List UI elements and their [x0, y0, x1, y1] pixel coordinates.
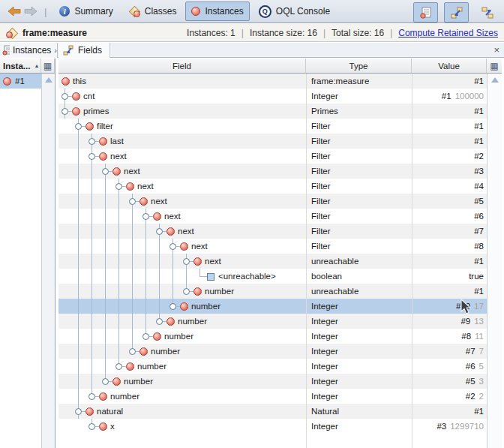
- field-row[interactable]: numberInteger#53: [58, 374, 487, 389]
- tree-expand-handle[interactable]: [88, 393, 95, 400]
- tree-line: [118, 329, 119, 344]
- tree-expand-handle[interactable]: [170, 303, 176, 310]
- compute-retained-sizes-link[interactable]: Compute Retained Sizes: [398, 28, 498, 38]
- tree-line: [146, 284, 146, 299]
- field-row[interactable]: numberInteger#22: [58, 389, 487, 404]
- field-type: Primes: [311, 107, 338, 116]
- tree-expand-handle[interactable]: [129, 348, 136, 355]
- field-row[interactable]: numberInteger#77: [58, 344, 487, 359]
- tree-expand-handle[interactable]: [102, 168, 109, 175]
- column-separator: [412, 74, 412, 448]
- field-row[interactable]: numberunreachable#1: [58, 284, 487, 299]
- field-row[interactable]: <unreachable>booleantrue: [58, 269, 487, 284]
- field-row[interactable]: filterFilter#1: [58, 119, 487, 134]
- field-row[interactable]: numberInteger#811: [58, 329, 487, 344]
- tree-expand-handle[interactable]: [183, 258, 190, 265]
- tree-expand-handle[interactable]: [88, 153, 95, 160]
- tree-line: [200, 269, 200, 276]
- close-icon[interactable]: ×: [494, 44, 500, 57]
- tree-expand-handle[interactable]: [88, 423, 95, 430]
- scroll-up-icon[interactable]: [45, 77, 52, 83]
- tree-line: [78, 254, 79, 269]
- column-header-field[interactable]: Field: [58, 59, 306, 74]
- field-type: Natural: [311, 407, 339, 416]
- tab-instances[interactable]: Instances ›: [0, 43, 58, 58]
- classes-button[interactable]: Classes: [122, 2, 183, 21]
- back-button[interactable]: [6, 3, 22, 20]
- fields-table-header: Field Type Value ▦: [58, 59, 502, 74]
- fields-scrollbar[interactable]: [487, 74, 502, 448]
- tree-line: [200, 276, 207, 277]
- tree-expand-handle[interactable]: [170, 243, 176, 250]
- field-row[interactable]: nextFilter#5: [58, 194, 487, 209]
- field-row[interactable]: naturalNatural#1: [58, 404, 487, 419]
- tree-line: [92, 269, 92, 284]
- tree-expand-handle[interactable]: [102, 378, 109, 385]
- column-header-type[interactable]: Type: [306, 59, 412, 74]
- object-instance-icon: [86, 122, 94, 131]
- field-row[interactable]: numberInteger#65: [58, 359, 487, 374]
- field-row[interactable]: primesPrimes#1: [58, 104, 487, 119]
- forward-arrow-icon: [24, 6, 38, 17]
- instances-list-icon: [2, 45, 10, 56]
- tree-expand-handle[interactable]: [75, 123, 82, 130]
- field-row[interactable]: nextFilter#6: [58, 209, 487, 224]
- field-value: #811: [412, 332, 484, 341]
- instances-button[interactable]: Instances: [185, 2, 249, 21]
- tree-expand-handle[interactable]: [142, 333, 149, 340]
- class-info-bar: frame:measure Instances: 1 | Instance si…: [0, 24, 504, 42]
- oql-console-button[interactable]: Q OQL Console: [253, 2, 336, 21]
- instances-scrollbar[interactable]: [41, 74, 55, 448]
- field-row[interactable]: lastFilter#1: [58, 134, 487, 149]
- info-icon: i: [59, 6, 70, 17]
- fields-view-toggle[interactable]: [444, 2, 469, 23]
- field-row[interactable]: thisframe:measure#1: [58, 74, 487, 89]
- tree-line: [78, 134, 79, 149]
- tree-expand-handle[interactable]: [116, 183, 122, 190]
- field-row[interactable]: xInteger#31299710: [58, 419, 487, 434]
- chevron-right-icon[interactable]: ›: [54, 46, 57, 55]
- field-row[interactable]: nextFilter#8: [58, 239, 487, 254]
- field-row[interactable]: numberInteger#1017: [58, 299, 487, 314]
- forward-button[interactable]: [22, 3, 39, 20]
- instances-view-toggle[interactable]: [413, 2, 438, 23]
- references-view-toggle[interactable]: [475, 2, 500, 23]
- tree-line: [92, 194, 92, 209]
- tree-expand-handle[interactable]: [62, 108, 68, 115]
- tree-line: [159, 254, 160, 269]
- tree-expand-handle[interactable]: [62, 93, 68, 100]
- tree-line: [118, 344, 119, 359]
- tree-line: [78, 359, 79, 374]
- tree-line: [105, 254, 106, 269]
- table-settings-button[interactable]: ▦: [487, 59, 502, 74]
- instance-list-item[interactable]: #1: [0, 74, 41, 89]
- tree-expand-handle[interactable]: [88, 138, 95, 145]
- field-row[interactable]: nextFilter#3: [58, 164, 487, 179]
- field-name: number: [164, 332, 194, 341]
- tree-expand-handle[interactable]: [183, 288, 190, 295]
- field-row[interactable]: nextFilter#4: [58, 179, 487, 194]
- classes-label: Classes: [145, 6, 177, 17]
- instances-column-header[interactable]: Insta... ▲: [0, 59, 41, 74]
- field-row[interactable]: numberInteger#913: [58, 314, 487, 329]
- summary-button[interactable]: i Summary: [53, 2, 118, 21]
- tree-expand-handle[interactable]: [116, 363, 122, 370]
- field-row[interactable]: cntInteger#1100000: [58, 89, 487, 104]
- list-settings-button[interactable]: ▦: [41, 59, 55, 74]
- field-name: this: [73, 77, 86, 86]
- field-row[interactable]: nextFilter#2: [58, 149, 487, 164]
- tab-fields[interactable]: Fields: [58, 43, 110, 58]
- tree-expand-handle[interactable]: [156, 318, 163, 325]
- field-row[interactable]: nextFilter#7: [58, 224, 487, 239]
- tree-line: [92, 374, 92, 389]
- value-instance-number: #1: [474, 257, 484, 266]
- tree-expand-handle[interactable]: [142, 213, 149, 220]
- tree-line: [92, 254, 92, 269]
- tree-expand-handle[interactable]: [75, 408, 82, 415]
- tree-expand-handle[interactable]: [156, 228, 163, 235]
- column-header-value[interactable]: Value: [412, 59, 487, 74]
- total-size: Total size: 16: [332, 28, 384, 38]
- field-row[interactable]: nextunreachable#1: [58, 254, 487, 269]
- tree-expand-handle[interactable]: [129, 198, 136, 205]
- scroll-up-icon[interactable]: [491, 77, 499, 83]
